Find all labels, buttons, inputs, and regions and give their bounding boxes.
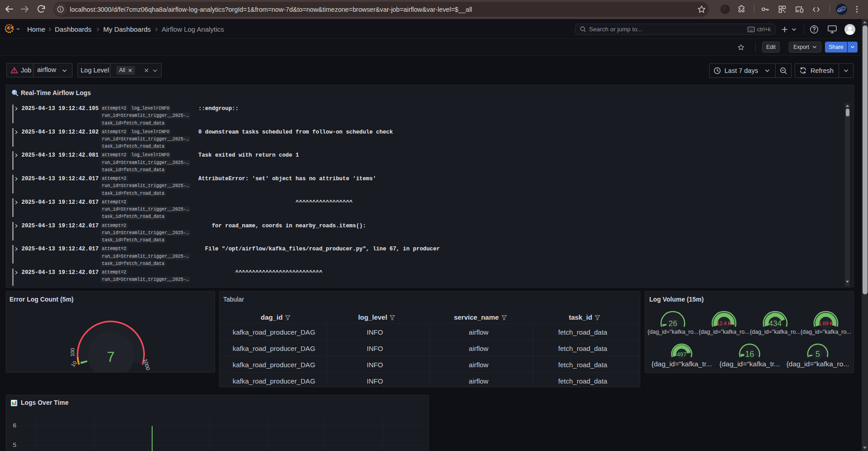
svg-text:7: 7 — [107, 349, 115, 365]
svg-text:497: 497 — [677, 351, 687, 358]
svg-text:1.69 K: 1.69 K — [819, 321, 833, 326]
svg-text:10: 10 — [70, 360, 78, 368]
svg-text:26: 26 — [669, 319, 677, 328]
svg-text:12.4 K: 12.4 K — [717, 321, 731, 326]
svg-text:434: 434 — [769, 319, 782, 328]
svg-text:5: 5 — [815, 350, 820, 359]
svg-text:1000: 1000 — [143, 358, 151, 371]
svg-text:100: 100 — [70, 348, 75, 356]
svg-text:16: 16 — [745, 350, 754, 359]
